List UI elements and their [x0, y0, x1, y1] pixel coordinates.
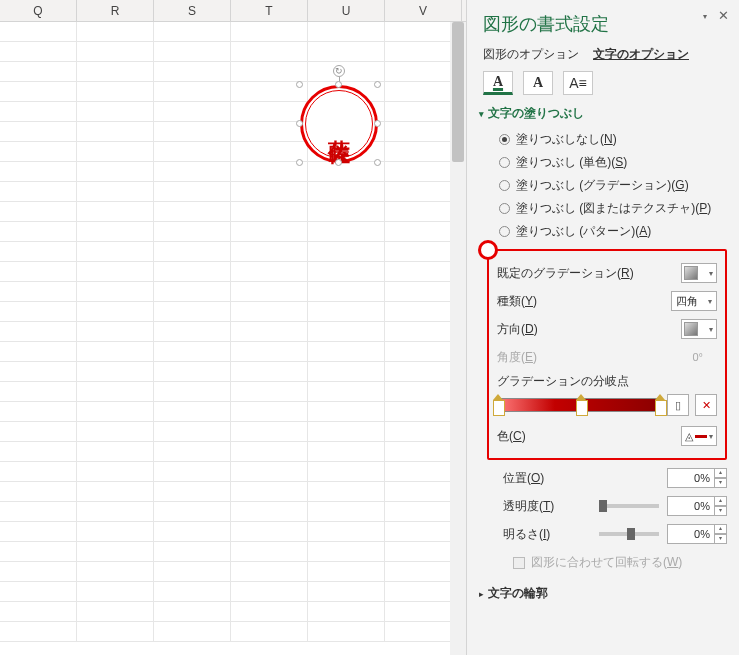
spin-down[interactable]: ▾ — [714, 534, 727, 544]
radio-solid-fill[interactable]: 塗りつぶし (単色)(S) — [499, 151, 727, 174]
spin-down[interactable]: ▾ — [714, 506, 727, 516]
panel-menu-icon[interactable]: ▾ — [703, 12, 707, 21]
vertical-scrollbar[interactable] — [450, 22, 466, 655]
section-text-outline[interactable]: ▸文字の輪郭 — [479, 585, 727, 602]
type-dropdown[interactable]: 四角 — [671, 291, 717, 311]
grid[interactable] — [0, 22, 466, 642]
resize-handle[interactable] — [296, 159, 303, 166]
preset-gradient-dropdown[interactable]: ▾ — [681, 263, 717, 283]
transparency-input[interactable]: 0% — [667, 496, 715, 516]
direction-dropdown[interactable]: ▾ — [681, 319, 717, 339]
checkbox-rotate-with-shape: 図形に合わせて回転する(W) — [513, 548, 727, 579]
label-position: 位置(O) — [503, 470, 544, 487]
text-effects-icon[interactable]: A — [523, 71, 553, 95]
brightness-input[interactable]: 0% — [667, 524, 715, 544]
format-shape-panel: ▾ ✕ 図形の書式設定 図形のオプション 文字のオプション A A A≡ ▾文字… — [467, 0, 739, 655]
spin-up[interactable]: ▴ — [714, 468, 727, 478]
resize-handle[interactable] — [374, 81, 381, 88]
position-input[interactable]: 0% — [667, 468, 715, 488]
text-fill-outline-icon[interactable]: A — [483, 71, 513, 95]
resize-handle[interactable] — [296, 81, 303, 88]
close-icon[interactable]: ✕ — [715, 8, 731, 23]
label-gradient-stops: グラデーションの分岐点 — [497, 373, 717, 390]
angle-input: 0° — [671, 347, 717, 367]
label-angle: 角度(E) — [497, 349, 537, 366]
radio-pattern-fill[interactable]: 塗りつぶし (パターン)(A) — [499, 220, 727, 243]
textbox-icon[interactable]: A≡ — [563, 71, 593, 95]
label-type: 種類(Y) — [497, 293, 537, 310]
rotate-handle-icon[interactable]: ↻ — [333, 65, 345, 77]
highlight-marker-icon — [478, 240, 498, 260]
resize-handle[interactable] — [335, 159, 342, 166]
resize-handle[interactable] — [374, 159, 381, 166]
tab-text-options[interactable]: 文字のオプション — [593, 46, 689, 63]
highlight-annotation: 既定のグラデーション(R) ▾ 種類(Y) 四角 方向(D) ▾ 角度(E) 0… — [487, 249, 727, 460]
checkbox-icon — [513, 557, 525, 569]
label-brightness: 明るさ(I) — [503, 526, 550, 543]
resize-handle[interactable] — [374, 120, 381, 127]
add-gradient-stop-button[interactable]: ▯ — [667, 394, 689, 416]
spin-up[interactable]: ▴ — [714, 496, 727, 506]
stamp-shape[interactable]: ↻ 佐藤 — [300, 85, 378, 163]
col-header[interactable]: T — [231, 0, 308, 21]
col-header[interactable]: Q — [0, 0, 77, 21]
col-header[interactable]: V — [385, 0, 462, 21]
radio-picture-fill[interactable]: 塗りつぶし (図またはテクスチャ)(P) — [499, 197, 727, 220]
scrollbar-thumb[interactable] — [452, 22, 464, 162]
spin-down[interactable]: ▾ — [714, 478, 727, 488]
label-direction: 方向(D) — [497, 321, 538, 338]
label-color: 色(C) — [497, 428, 526, 445]
gradient-stop[interactable] — [655, 394, 665, 416]
col-header[interactable]: S — [154, 0, 231, 21]
label-preset-gradient: 既定のグラデーション(R) — [497, 265, 634, 282]
label-transparency: 透明度(T) — [503, 498, 554, 515]
radio-no-fill[interactable]: 塗りつぶしなし(N) — [499, 128, 727, 151]
gradient-stop[interactable] — [576, 394, 586, 416]
transparency-slider[interactable] — [599, 504, 659, 508]
column-header-row: Q R S T U V — [0, 0, 466, 22]
color-picker-button[interactable]: ◬▾ — [681, 426, 717, 446]
section-text-fill[interactable]: ▾文字の塗りつぶし — [479, 105, 727, 122]
brightness-slider[interactable] — [599, 532, 659, 536]
gradient-stops-slider[interactable] — [497, 398, 661, 412]
remove-gradient-stop-button[interactable]: ✕ — [695, 394, 717, 416]
col-header[interactable]: R — [77, 0, 154, 21]
spreadsheet-area[interactable]: Q R S T U V — [0, 0, 467, 655]
resize-handle[interactable] — [335, 81, 342, 88]
gradient-stop[interactable] — [493, 394, 503, 416]
resize-handle[interactable] — [296, 120, 303, 127]
panel-title: 図形の書式設定 — [483, 12, 727, 36]
col-header[interactable]: U — [308, 0, 385, 21]
spin-up[interactable]: ▴ — [714, 524, 727, 534]
radio-gradient-fill[interactable]: 塗りつぶし (グラデーション)(G) — [499, 174, 727, 197]
tab-shape-options[interactable]: 図形のオプション — [483, 46, 579, 63]
